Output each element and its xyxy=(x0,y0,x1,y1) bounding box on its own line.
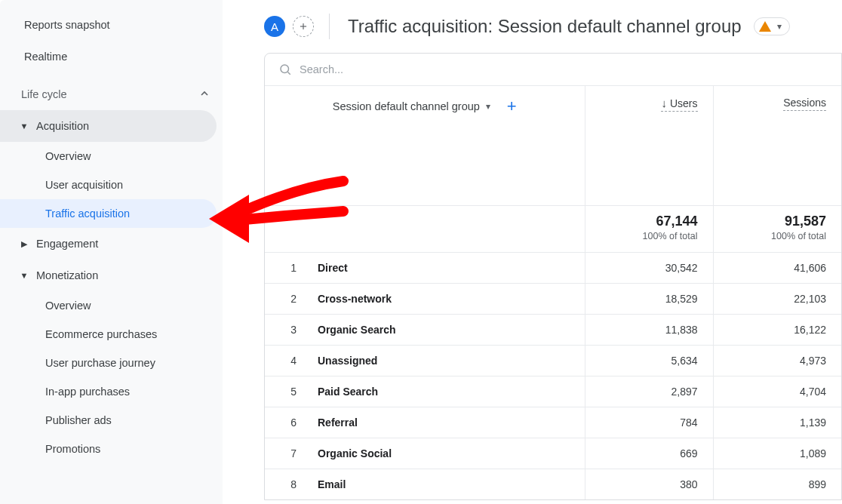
row-sessions: 4,704 xyxy=(713,376,841,407)
row-sessions: 899 xyxy=(713,469,841,500)
page-title: Traffic acquisition: Session default cha… xyxy=(348,16,742,37)
main-content: A Traffic acquisition: Session default c… xyxy=(264,0,842,504)
sidebar-group-engagement[interactable]: ▶Engagement xyxy=(0,228,217,260)
totals-row: 67,144 100% of total 91,587 100% of tota… xyxy=(265,206,841,253)
row-channel: Unassigned xyxy=(303,346,585,376)
sidebar-item-overview[interactable]: Overview xyxy=(0,291,217,320)
sidebar-item-user-acquisition[interactable]: User acquisition xyxy=(0,171,217,199)
section-title: Life cycle xyxy=(21,88,66,100)
dimension-selector[interactable]: Session default channel group xyxy=(333,100,480,112)
table-row[interactable]: 1Direct30,54241,606 xyxy=(265,253,841,284)
row-index: 1 xyxy=(265,253,303,284)
sidebar-item-promotions[interactable]: Promotions xyxy=(0,435,217,463)
column-header-users[interactable]: ↓ Users xyxy=(661,97,697,112)
table-container: Session default channel group ▾ + ↓ User… xyxy=(264,53,842,500)
row-users: 784 xyxy=(585,407,713,438)
divider xyxy=(329,14,330,39)
row-sessions: 4,973 xyxy=(713,346,841,376)
row-index: 8 xyxy=(265,469,303,500)
sidebar-section-life-cycle[interactable]: Life cycle xyxy=(0,78,223,110)
column-header-sessions[interactable]: Sessions xyxy=(783,97,826,111)
row-users: 5,634 xyxy=(585,346,713,376)
row-sessions: 16,122 xyxy=(713,315,841,346)
sidebar: Reports snapshotRealtime Life cycle ▼Acq… xyxy=(0,0,223,504)
caret-down-icon: ▾ xyxy=(486,101,490,112)
svg-point-3 xyxy=(281,65,289,73)
row-sessions: 41,606 xyxy=(713,253,841,284)
sidebar-item-overview[interactable]: Overview xyxy=(0,142,217,171)
users-total: 67,144 xyxy=(601,214,698,229)
row-channel: Organic Social xyxy=(303,438,585,469)
sessions-total: 91,587 xyxy=(729,214,827,229)
row-channel: Paid Search xyxy=(303,376,585,407)
sidebar-item-in-app-purchases[interactable]: In-app purchases xyxy=(0,377,217,406)
row-index: 4 xyxy=(265,346,303,376)
svg-line-4 xyxy=(287,72,290,74)
title-bar: A Traffic acquisition: Session default c… xyxy=(264,0,842,53)
sidebar-group-monetization[interactable]: ▼Monetization xyxy=(0,260,217,291)
triangle-down-icon: ▼ xyxy=(17,121,32,131)
add-comparison-button[interactable] xyxy=(293,16,314,37)
sidebar-group-acquisition[interactable]: ▼Acquisition xyxy=(0,110,217,142)
row-users: 2,897 xyxy=(585,376,713,407)
sidebar-item-user-purchase-journey[interactable]: User purchase journey xyxy=(0,349,217,377)
row-channel: Organic Search xyxy=(303,315,585,346)
sidebar-item-realtime[interactable]: Realtime xyxy=(0,41,223,72)
table-row[interactable]: 4Unassigned5,6344,973 xyxy=(265,346,841,376)
chevron-down-icon: ▾ xyxy=(777,21,782,32)
data-table: Session default channel group ▾ + ↓ User… xyxy=(265,86,841,499)
data-quality-warning[interactable]: ▾ xyxy=(754,17,790,35)
row-channel: Direct xyxy=(303,253,585,284)
row-index: 2 xyxy=(265,284,303,315)
table-row[interactable]: 7Organic Social6691,089 xyxy=(265,438,841,469)
search-icon xyxy=(278,63,292,76)
users-total-sub: 100% of total xyxy=(601,231,698,241)
row-users: 11,838 xyxy=(585,315,713,346)
row-index: 3 xyxy=(265,315,303,346)
table-row[interactable]: 3Organic Search11,83816,122 xyxy=(265,315,841,346)
table-row[interactable]: 8Email380899 xyxy=(265,469,841,500)
chevron-up-icon xyxy=(198,88,210,102)
sessions-total-sub: 100% of total xyxy=(729,231,827,241)
warning-icon xyxy=(759,21,771,32)
row-sessions: 22,103 xyxy=(713,284,841,315)
add-dimension-button[interactable]: + xyxy=(507,97,517,116)
triangle-right-icon: ▶ xyxy=(17,239,32,249)
row-channel: Referral xyxy=(303,407,585,438)
row-users: 669 xyxy=(585,438,713,469)
search-input[interactable] xyxy=(300,63,828,75)
row-index: 6 xyxy=(265,407,303,438)
row-sessions: 1,089 xyxy=(713,438,841,469)
row-users: 380 xyxy=(585,469,713,500)
sidebar-item-traffic-acquisition[interactable]: Traffic acquisition xyxy=(0,199,217,228)
row-index: 5 xyxy=(265,376,303,407)
table-row[interactable]: 6Referral7841,139 xyxy=(265,407,841,438)
row-index: 7 xyxy=(265,438,303,469)
sidebar-item-ecommerce-purchases[interactable]: Ecommerce purchases xyxy=(0,320,217,349)
sidebar-item-reports-snapshot[interactable]: Reports snapshot xyxy=(0,9,223,41)
sort-down-icon: ↓ xyxy=(661,97,667,109)
sidebar-item-publisher-ads[interactable]: Publisher ads xyxy=(0,406,217,435)
table-row[interactable]: 5Paid Search2,8974,704 xyxy=(265,376,841,407)
row-users: 18,529 xyxy=(585,284,713,315)
row-channel: Cross-network xyxy=(303,284,585,315)
triangle-down-icon: ▼ xyxy=(17,271,32,280)
row-channel: Email xyxy=(303,469,585,500)
table-row[interactable]: 2Cross-network18,52922,103 xyxy=(265,284,841,315)
row-sessions: 1,139 xyxy=(713,407,841,438)
search-bar xyxy=(265,54,841,86)
row-users: 30,542 xyxy=(585,253,713,284)
property-badge[interactable]: A xyxy=(264,16,285,37)
